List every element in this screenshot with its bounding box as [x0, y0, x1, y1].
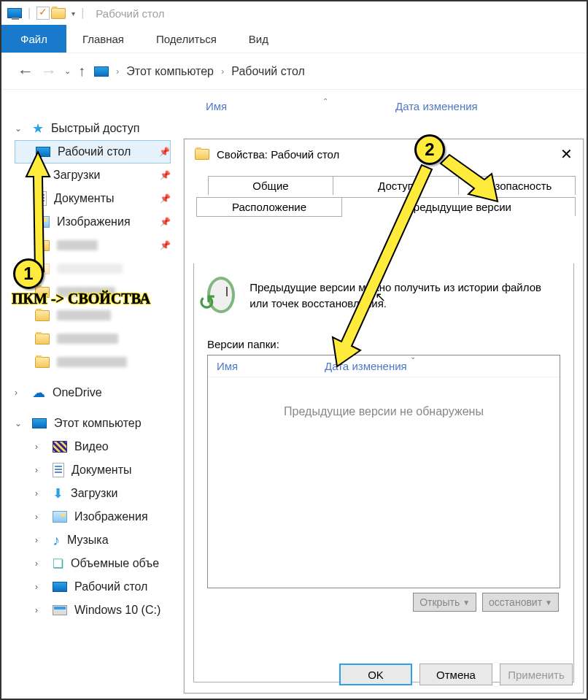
tree-item-blurred[interactable] [15, 350, 171, 374]
address-bar[interactable]: › Этот компьютер › Рабочий стол [94, 65, 305, 78]
tab-general[interactable]: Общие [208, 176, 333, 195]
tab-security[interactable]: Безопасность [459, 176, 576, 195]
close-icon[interactable]: ✕ [560, 145, 573, 163]
expand-icon[interactable]: › [35, 605, 45, 615]
tree-label: Видео [74, 440, 109, 453]
tree-item-pictures[interactable]: Изображения 📌 [15, 210, 171, 234]
documents-icon [35, 191, 47, 206]
chevron-down-icon: ▼ [545, 599, 552, 607]
tree-label: Изображения [57, 215, 131, 228]
tree-item-desktop[interactable]: ›Рабочий стол [15, 575, 171, 599]
versions-col-date[interactable]: Дата изменения⌄ [325, 360, 407, 372]
pin-icon: 📌 [160, 193, 171, 204]
folder-icon [35, 240, 50, 251]
pin-icon: 📌 [159, 147, 170, 157]
tree-item-videos[interactable]: ›Видео [15, 435, 171, 458]
qa-customize-caret[interactable]: ▾ [71, 9, 75, 18]
tab-page-previous-versions: Предыдущие версии можно получить из исто… [193, 264, 574, 682]
annotation-badge-2: 2 [414, 134, 445, 165]
pictures-icon [35, 216, 50, 228]
tree-item-3dobjects[interactable]: ›❏Объемные объе [15, 552, 171, 575]
folder-icon [35, 334, 50, 345]
tree-label: Документы [54, 192, 114, 205]
column-name[interactable]: Имя⌃ [206, 100, 395, 112]
sort-indicator-icon: ⌄ [410, 353, 416, 361]
tree-label: Рабочий стол [74, 580, 147, 593]
annotation-badge-1: 1 [13, 258, 44, 289]
quick-access-icon: ★ [32, 120, 44, 136]
expand-icon[interactable]: › [35, 442, 45, 452]
desktop-icon [36, 147, 50, 157]
expand-icon[interactable]: › [15, 388, 25, 398]
tree-label: Изображения [74, 510, 148, 523]
tree-item-blurred[interactable] [15, 304, 171, 327]
cancel-button[interactable]: Отмена [419, 664, 492, 685]
downloads-icon: ⬇ [53, 485, 63, 501]
qa-newfolder-icon[interactable] [51, 8, 66, 19]
tree-onedrive[interactable]: › ☁ OneDrive [15, 381, 171, 404]
tree-item-documents[interactable]: Документы 📌 [15, 187, 171, 210]
ok-button[interactable]: OK [339, 664, 412, 685]
tab-location[interactable]: Расположение [196, 197, 342, 217]
expand-icon[interactable]: › [35, 512, 45, 522]
ribbon-file-tab[interactable]: Файл [1, 25, 66, 53]
pin-icon: 📌 [160, 217, 171, 227]
expand-icon[interactable]: › [35, 488, 45, 499]
tree-label: Этот компьютер [54, 417, 142, 430]
qa-properties-icon[interactable] [36, 7, 50, 20]
tree-item-desktop[interactable]: Рабочий стол 📌 [15, 140, 171, 164]
folder-icon [35, 287, 50, 298]
nav-up-icon[interactable]: ↑ [78, 63, 85, 80]
tree-item-pictures[interactable]: ›Изображения [15, 505, 171, 528]
tab-share[interactable]: Доступ [333, 176, 459, 195]
dialog-footer: OK Отмена Применить [185, 664, 583, 685]
downloads-icon: ⬇ [35, 167, 46, 183]
3d-objects-icon: ❏ [53, 556, 63, 572]
chevron-icon[interactable]: › [113, 66, 122, 77]
tree-label: Документы [71, 464, 131, 477]
ribbon-tab-home[interactable]: Главная [66, 25, 140, 53]
expand-icon[interactable]: ⌄ [15, 123, 25, 134]
videos-icon [53, 441, 67, 453]
tree-item-downloads[interactable]: ⬇ Загрузки 📌 [15, 164, 171, 187]
tree-item-downloads[interactable]: ›⬇Загрузки [15, 482, 171, 505]
column-date[interactable]: Дата изменения [395, 100, 478, 112]
tree-quick-access[interactable]: ⌄ ★ Быстрый доступ [15, 117, 171, 140]
ribbon-tab-view[interactable]: Вид [233, 25, 285, 53]
nav-back-icon[interactable]: ← [18, 62, 34, 81]
tab-previous-versions[interactable]: Предыдущие версии [342, 197, 576, 216]
tree-item-blurred[interactable] [15, 327, 171, 350]
ribbon-tab-share[interactable]: Поделиться [140, 25, 233, 53]
tree-item-documents[interactable]: ›Документы [15, 458, 171, 482]
tree-label: OneDrive [53, 386, 102, 399]
dialog-titlebar[interactable]: Свойства: Рабочий стол ✕ [185, 139, 583, 169]
tree-item-drive-c[interactable]: ›Windows 10 (C:) [15, 599, 171, 622]
documents-icon [53, 463, 64, 477]
versions-list[interactable]: Имя Дата изменения⌄ Предыдущие версии не… [207, 355, 560, 588]
history-icon [207, 277, 235, 313]
breadcrumb-thispc[interactable]: Этот компьютер [126, 65, 214, 78]
tree-label: Объемные объе [71, 557, 159, 570]
expand-icon[interactable]: › [35, 535, 45, 545]
expand-icon[interactable]: › [35, 558, 45, 569]
breadcrumb-desktop[interactable]: Рабочий стол [231, 65, 304, 78]
tree-item-music[interactable]: ›♪Музыка [15, 528, 171, 552]
expand-icon[interactable]: › [35, 582, 45, 592]
nav-history-caret[interactable]: ⌄ [64, 66, 71, 76]
navigation-bar: ← → ⌄ ↑ › Этот компьютер › Рабочий стол [1, 53, 587, 89]
tree-this-pc[interactable]: ⌄ Этот компьютер [15, 412, 171, 435]
versions-col-name[interactable]: Имя [208, 360, 325, 372]
divider: | [28, 7, 31, 20]
quick-access-toolbar[interactable] [36, 7, 66, 20]
titlebar: | ▾ | Рабочий стол [1, 1, 587, 25]
expand-icon[interactable]: › [35, 465, 45, 475]
window-title: Рабочий стол [96, 7, 164, 20]
chevron-icon[interactable]: › [218, 66, 227, 77]
tree-item-blurred[interactable]: 📌 [15, 234, 171, 257]
versions-label: Версии папки: [207, 338, 560, 350]
expand-icon[interactable]: ⌄ [15, 418, 25, 428]
onedrive-icon: ☁ [32, 385, 45, 401]
folder-icon [35, 357, 50, 368]
tree-label: Загрузки [71, 487, 117, 500]
drive-icon [53, 605, 67, 615]
